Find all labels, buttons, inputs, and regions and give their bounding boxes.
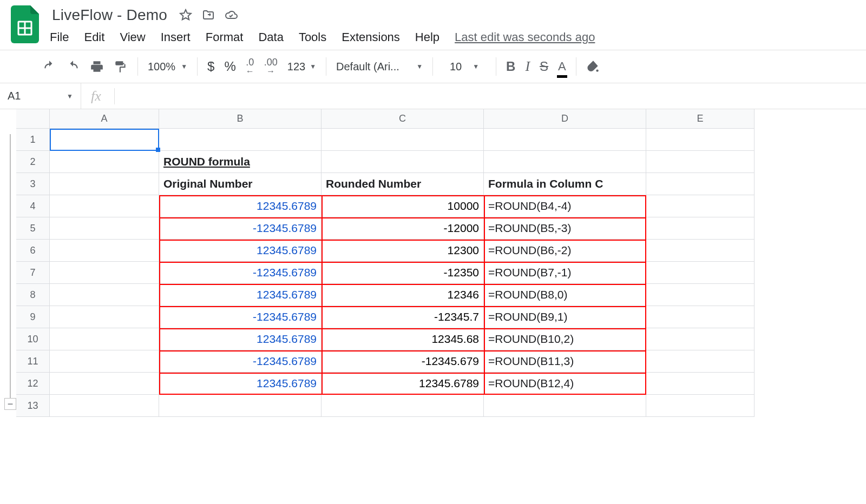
row-header-7[interactable]: 7 — [16, 262, 50, 284]
italic-button[interactable]: I — [525, 57, 530, 76]
cell-E6[interactable] — [646, 240, 755, 262]
cell-B11[interactable]: -12345.6789 — [159, 350, 322, 373]
cell-D7[interactable]: =ROUND(B7,-1) — [484, 262, 646, 284]
cell-C5[interactable]: -12000 — [322, 217, 484, 240]
cell-C2[interactable] — [322, 151, 484, 173]
cell-E11[interactable] — [646, 350, 755, 373]
row-header-5[interactable]: 5 — [16, 217, 50, 240]
menu-tools[interactable]: Tools — [299, 30, 326, 44]
cell-D9[interactable]: =ROUND(B9,1) — [484, 306, 646, 328]
cell-B4[interactable]: 12345.6789 — [159, 195, 322, 217]
menu-file[interactable]: File — [50, 30, 69, 44]
menu-view[interactable]: View — [120, 30, 145, 44]
cell-C11[interactable]: -12345.679 — [322, 350, 484, 373]
cell-D2[interactable] — [484, 151, 646, 173]
cell-B5[interactable]: -12345.6789 — [159, 217, 322, 240]
cell-B13[interactable] — [159, 395, 322, 417]
cell-C8[interactable]: 12346 — [322, 284, 484, 306]
cell-A10[interactable] — [50, 328, 159, 350]
cell-C10[interactable]: 12345.68 — [322, 328, 484, 350]
move-folder-icon[interactable] — [202, 9, 215, 22]
cell-A11[interactable] — [50, 350, 159, 373]
sheets-logo-icon[interactable] — [11, 5, 39, 43]
cell-C1[interactable] — [322, 129, 484, 151]
cell-B7[interactable]: -12345.6789 — [159, 262, 322, 284]
number-format-dropdown[interactable]: 123▼ — [287, 61, 316, 73]
row-header-4[interactable]: 4 — [16, 195, 50, 217]
strikethrough-button[interactable]: S — [540, 57, 548, 76]
cell-D1[interactable] — [484, 129, 646, 151]
print-button[interactable] — [90, 57, 104, 76]
cell-B2[interactable]: ROUND formula — [159, 151, 322, 173]
cell-C3[interactable]: Rounded Number — [322, 173, 484, 195]
cell-A13[interactable] — [50, 395, 159, 417]
paint-format-button[interactable] — [114, 57, 128, 76]
cell-E3[interactable] — [646, 173, 755, 195]
cell-B1[interactable] — [159, 129, 322, 151]
col-header-A[interactable]: A — [50, 109, 159, 129]
col-header-E[interactable]: E — [646, 109, 755, 129]
bold-button[interactable]: B — [506, 57, 515, 76]
menu-help[interactable]: Help — [415, 30, 439, 44]
cell-A8[interactable] — [50, 284, 159, 306]
last-edit-link[interactable]: Last edit was seconds ago — [455, 30, 595, 44]
cell-grid[interactable]: ROUND formula Original Number Rounded Nu… — [50, 129, 755, 417]
cell-A1[interactable] — [50, 129, 159, 151]
cell-A4[interactable] — [50, 195, 159, 217]
cell-A9[interactable] — [50, 306, 159, 328]
cell-D6[interactable]: =ROUND(B6,-2) — [484, 240, 646, 262]
cell-E10[interactable] — [646, 328, 755, 350]
cell-E12[interactable] — [646, 373, 755, 395]
cell-C7[interactable]: -12350 — [322, 262, 484, 284]
cell-B12[interactable]: 12345.6789 — [159, 373, 322, 395]
cell-E4[interactable] — [646, 195, 755, 217]
cell-C6[interactable]: 12300 — [322, 240, 484, 262]
cell-D4[interactable]: =ROUND(B4,-4) — [484, 195, 646, 217]
cell-E7[interactable] — [646, 262, 755, 284]
formula-bar-input[interactable] — [115, 83, 866, 109]
row-header-10[interactable]: 10 — [16, 328, 50, 350]
cell-E13[interactable] — [646, 395, 755, 417]
row-header-2[interactable]: 2 — [16, 151, 50, 173]
cell-A3[interactable] — [50, 173, 159, 195]
cell-E8[interactable] — [646, 284, 755, 306]
undo-button[interactable] — [42, 57, 56, 76]
row-header-8[interactable]: 8 — [16, 284, 50, 306]
percent-button[interactable]: % — [224, 57, 235, 76]
cell-D13[interactable] — [484, 395, 646, 417]
cell-E9[interactable] — [646, 306, 755, 328]
menu-extensions[interactable]: Extensions — [342, 30, 400, 44]
cell-E2[interactable] — [646, 151, 755, 173]
cell-E1[interactable] — [646, 129, 755, 151]
cell-E5[interactable] — [646, 217, 755, 240]
font-dropdown[interactable]: Default (Ari...▼ — [336, 61, 423, 73]
decrease-decimal-button[interactable]: .0← — [246, 57, 254, 76]
increase-decimal-button[interactable]: .00→ — [264, 57, 278, 76]
name-box[interactable]: A1▼ — [0, 83, 81, 109]
row-header-11[interactable]: 11 — [16, 350, 50, 373]
cell-B6[interactable]: 12345.6789 — [159, 240, 322, 262]
cell-A6[interactable] — [50, 240, 159, 262]
col-header-C[interactable]: C — [322, 109, 484, 129]
cell-D10[interactable]: =ROUND(B10,2) — [484, 328, 646, 350]
cloud-status-icon[interactable] — [225, 9, 238, 22]
row-header-3[interactable]: 3 — [16, 173, 50, 195]
cell-D5[interactable]: =ROUND(B5,-3) — [484, 217, 646, 240]
text-color-button[interactable]: A — [558, 57, 566, 76]
row-group-collapse-button[interactable]: − — [4, 398, 16, 410]
row-header-9[interactable]: 9 — [16, 306, 50, 328]
menu-format[interactable]: Format — [206, 30, 244, 44]
cell-D11[interactable]: =ROUND(B11,3) — [484, 350, 646, 373]
cell-A12[interactable] — [50, 373, 159, 395]
currency-button[interactable]: $ — [207, 57, 214, 76]
cell-C4[interactable]: 10000 — [322, 195, 484, 217]
col-header-D[interactable]: D — [484, 109, 646, 129]
cell-D12[interactable]: =ROUND(B12,4) — [484, 373, 646, 395]
select-all-corner[interactable] — [16, 109, 50, 129]
cell-C9[interactable]: -12345.7 — [322, 306, 484, 328]
menu-insert[interactable]: Insert — [161, 30, 191, 44]
cell-C12[interactable]: 12345.6789 — [322, 373, 484, 395]
col-header-B[interactable]: B — [159, 109, 322, 129]
document-title[interactable]: LiveFlow - Demo — [50, 5, 169, 25]
cell-C13[interactable] — [322, 395, 484, 417]
